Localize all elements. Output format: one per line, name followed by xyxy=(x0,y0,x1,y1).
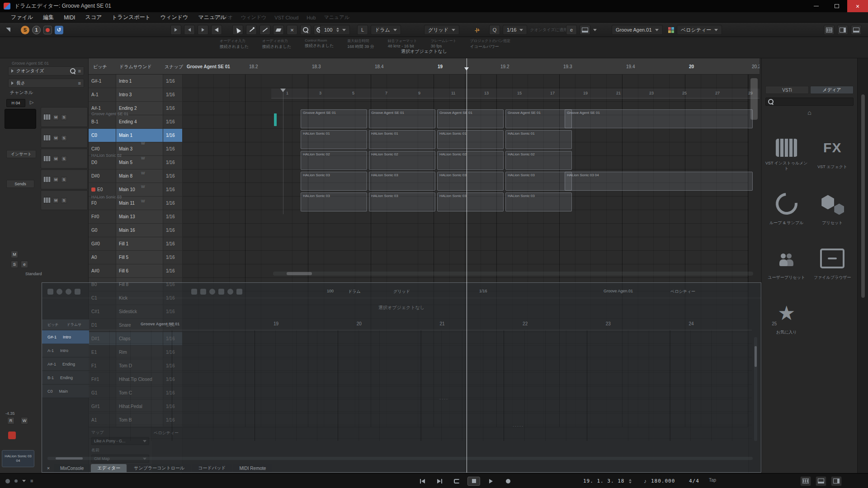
drum-row[interactable]: F#0Main 131/16 xyxy=(89,210,183,224)
scrollbar-thumb[interactable] xyxy=(861,94,865,298)
read-automation-button[interactable]: R xyxy=(7,417,14,424)
tap-tempo-button[interactable]: Tap xyxy=(709,478,716,483)
lz-drum-row[interactable]: A#-1Ending xyxy=(42,357,89,371)
lz-vertical-scrollbar[interactable] xyxy=(754,337,757,441)
nudge-right-button[interactable] xyxy=(198,25,208,35)
sound-column-header[interactable]: ドラムサウンド xyxy=(119,64,152,70)
chevron-down-icon[interactable] xyxy=(593,29,597,31)
lz-quantize-select[interactable]: 1/16 xyxy=(479,289,487,293)
track-mute-button[interactable]: M xyxy=(53,156,59,162)
track-row[interactable]: MS xyxy=(41,107,88,127)
drum-row-snap[interactable]: 1/16 xyxy=(166,174,175,178)
chevron-down-icon[interactable] xyxy=(22,480,26,482)
media-tile[interactable]: ファイルブラウザー xyxy=(810,246,854,281)
delete-tool[interactable]: × xyxy=(287,25,297,35)
lz-grid-select[interactable]: グリッド xyxy=(393,289,410,295)
lz-horizontal-scrollbar[interactable] xyxy=(47,457,753,460)
expand-icon[interactable]: ▷ xyxy=(30,100,33,105)
drum-row[interactable]: G#0Fill 11/16 xyxy=(89,237,183,251)
object-selection-tool[interactable] xyxy=(232,25,243,35)
track-solo-button[interactable]: S xyxy=(61,156,67,162)
solo-button[interactable]: S xyxy=(11,261,18,268)
tab-0[interactable]: MixConsole xyxy=(54,464,90,472)
sends-button[interactable]: Sends xyxy=(6,180,34,188)
drum-row[interactable]: A#-1Ending 21/16 xyxy=(89,102,183,115)
menu-item-5[interactable]: ウィンドウ xyxy=(156,14,193,21)
drum-row[interactable]: A0Fill 51/16 xyxy=(89,251,183,264)
drum-row-snap[interactable]: 1/16 xyxy=(166,214,175,219)
lz-velocity-value[interactable]: 100 xyxy=(327,289,334,293)
drum-row[interactable]: B-1Ending 41/16 xyxy=(89,115,183,129)
left-zone-toggle-button[interactable] xyxy=(837,25,848,35)
lz-drum-row[interactable]: G#-1Intro xyxy=(42,330,89,344)
tab-editor-active[interactable]: エディター xyxy=(91,464,127,472)
window-edge-scrollbar[interactable] xyxy=(857,58,868,473)
close-button[interactable]: × xyxy=(847,0,868,12)
menu-item-0[interactable]: ファイル xyxy=(6,14,38,21)
tempo-display[interactable]: 180.000 xyxy=(651,478,675,484)
track-mute-button[interactable]: M xyxy=(53,135,59,141)
stop-button[interactable] xyxy=(467,477,480,486)
track-row[interactable]: MS xyxy=(41,128,88,148)
line-tool[interactable] xyxy=(259,25,270,35)
play-button[interactable] xyxy=(485,477,497,486)
quantize-section-header[interactable]: クオンタイズ ≡ xyxy=(8,66,84,75)
lz-drum-row[interactable]: C0Main xyxy=(42,385,89,398)
media-tile[interactable]: FXVST エフェクト xyxy=(810,135,854,171)
media-tile[interactable]: VST インストゥルメント xyxy=(764,135,809,171)
goto-next-marker-button[interactable] xyxy=(433,477,446,486)
track-row[interactable]: MS xyxy=(41,190,88,210)
drum-row-snap[interactable]: 1/16 xyxy=(166,160,175,165)
lz-timeline-ruler[interactable]: Groove Agent SE 01 19202122232425 xyxy=(89,319,752,330)
inserts-button[interactable]: インサート xyxy=(6,150,36,158)
auto-scroll-button[interactable] xyxy=(170,25,181,35)
drum-row-snap[interactable]: 1/16 xyxy=(166,228,175,233)
drum-row[interactable]: F0Main 111/16 xyxy=(89,197,183,210)
channel-badge[interactable]: H 04 xyxy=(6,99,25,107)
home-icon[interactable]: ⌂ xyxy=(762,109,857,116)
playhead-cursor[interactable] xyxy=(467,58,467,473)
mixer-button[interactable] xyxy=(831,476,842,486)
rack-tab-0[interactable]: VSTi xyxy=(765,86,809,94)
iterative-quantize-button[interactable]: Q xyxy=(489,25,500,35)
scrollbar-thumb[interactable] xyxy=(755,346,757,367)
drum-row[interactable]: C0Main 11/16 xyxy=(89,129,183,142)
drum-row-snap[interactable]: 1/16 xyxy=(166,119,175,124)
preset-select[interactable]: Groove Agen.01 xyxy=(612,25,663,35)
lanes-button[interactable] xyxy=(580,25,590,35)
drum-row-snap[interactable]: 1/16 xyxy=(166,268,175,273)
scrollbar-thumb[interactable] xyxy=(56,457,83,460)
drum-row[interactable]: A-1Intro 31/16 xyxy=(89,88,183,102)
snap-column-header[interactable]: スナップ xyxy=(165,64,183,70)
cycle-button[interactable] xyxy=(450,477,463,486)
pin-icon[interactable] xyxy=(6,28,10,32)
menu-icon[interactable]: ≡ xyxy=(30,479,33,483)
metronome-button[interactable] xyxy=(800,476,811,486)
velocity-stepper[interactable] xyxy=(336,28,339,32)
edit-channel-button[interactable]: e xyxy=(21,261,28,268)
menu-item-3[interactable]: スコア xyxy=(80,14,106,21)
track-solo-button[interactable]: S xyxy=(61,114,67,120)
mode-select[interactable]: ドラム xyxy=(371,25,401,35)
drum-row-snap[interactable]: 1/16 xyxy=(166,187,175,192)
lz-drum-row[interactable]: B-1Ending xyxy=(42,371,89,385)
drum-row[interactable]: D#0Main 81/16 xyxy=(89,169,183,183)
lz-note-grid[interactable] xyxy=(89,330,752,441)
goto-previous-marker-button[interactable] xyxy=(416,477,429,486)
snap-type-icon[interactable]: -|+ xyxy=(475,27,479,33)
quantize-preset-select[interactable]: 1/16 xyxy=(503,25,527,35)
grid-type-select[interactable]: グリッド xyxy=(424,25,459,35)
track-mute-button[interactable]: M xyxy=(53,177,59,183)
record-enable-button[interactable] xyxy=(8,432,16,439)
length-section-header[interactable]: 長さ ≡ xyxy=(8,79,84,88)
pitch-column-header[interactable]: ピッチ xyxy=(93,64,107,70)
restore-button[interactable] xyxy=(826,0,847,12)
media-tile[interactable]: ループ & サンプル xyxy=(764,191,809,226)
drum-row[interactable]: C#0Main 31/16 xyxy=(89,142,183,156)
record-button[interactable] xyxy=(502,477,514,486)
independent-loop-button[interactable]: ↺ xyxy=(55,26,63,34)
media-tile[interactable]: ユーザープリセット xyxy=(764,246,809,281)
track-mute-button[interactable]: M xyxy=(53,197,59,203)
zoom-tool[interactable] xyxy=(300,25,311,35)
mute-button[interactable]: M xyxy=(11,251,18,258)
